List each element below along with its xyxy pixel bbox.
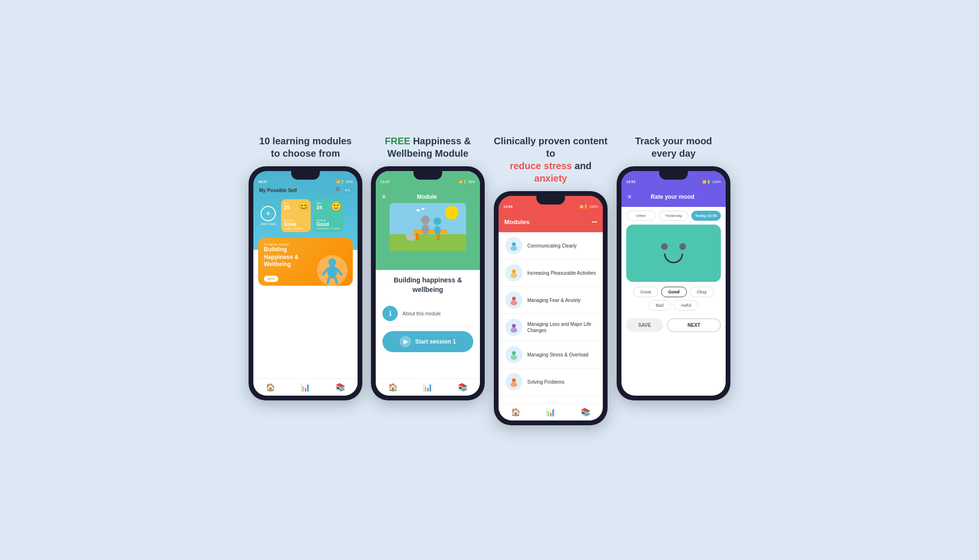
module-list-item-4[interactable]: Managing Stress & Overload [499,341,603,368]
stats-icon[interactable]: 📊 [301,383,310,392]
about-icon: ℹ [382,306,398,321]
phone4-screen: 13:53 📶🔋100% ✕ Rate your mood Other Yest… [621,171,726,396]
home-icon[interactable]: 🏠 [511,408,521,417]
mood-options: Great Good Okay Bad Awful [621,282,726,315]
svg-point-15 [434,226,441,235]
modules-icon[interactable]: 📚 [336,383,345,392]
mood-great[interactable]: Great [633,287,658,297]
module-list-item-0[interactable]: Communicating Clearly [499,232,603,259]
notch [413,171,442,180]
notch [659,171,688,180]
close-icon[interactable]: ✕ [627,194,632,200]
stats-icon[interactable]: 📊 [546,408,555,417]
svg-point-14 [434,217,441,225]
svg-rect-9 [413,229,447,233]
add-mood-button[interactable]: + Add mood [258,199,278,232]
notch [536,196,565,205]
progress-badge: 22% [264,273,278,282]
module-icon-0 [505,237,522,254]
start-session-button[interactable]: ▶ Start session 1 [382,331,473,352]
module-list-item-1[interactable]: Increasing Pleasurable Activities [499,259,603,287]
phone3-screen: 13:54 📶🔋100% Modules ••• Communicating C… [499,196,603,420]
phone3-nav: 🏠 📊 📚 [499,403,603,420]
about-module-item[interactable]: ℹ About this module [382,301,473,326]
svg-point-31 [511,382,517,387]
svg-point-24 [512,297,516,301]
mood-actions: SAVE NEXT [621,315,726,335]
svg-point-28 [512,351,516,355]
svg-point-30 [512,378,516,382]
svg-rect-8 [390,234,466,251]
next-button[interactable]: NEXT [667,318,721,332]
mood-face-area [626,225,721,282]
svg-point-19 [422,208,424,210]
close-icon[interactable]: ✕ [381,194,386,200]
phone3-caption: Clinically proven content to reduce stre… [493,135,608,184]
tab-yesterday[interactable]: Yesterday [659,211,688,221]
mood-okay[interactable]: Okay [690,287,714,297]
phone2: 11:27 📶🔋86% ✕ Module [371,166,485,400]
mood-card-0[interactable]: 😊 Mar 25 Feeling Great Calm + 3 more [281,199,311,232]
profile-icon[interactable]: PS [343,186,352,194]
mood-cards-row: + Add mood 😊 Mar 25 Feeling Great Calm +… [253,197,358,234]
svg-rect-10 [416,233,419,240]
svg-point-20 [512,242,516,246]
phone3-wrapper: Clinically proven content to reduce stre… [493,135,608,425]
svg-point-21 [511,246,517,251]
module-label-4: Managing Stress & Overload [527,352,588,358]
showcase-container: 10 learning modules to choose from 08:57… [229,116,750,444]
phone1-caption: 10 learning modules to choose from [259,135,351,160]
svg-point-18 [416,209,420,211]
svg-point-13 [422,224,429,235]
module-main-title: Building happiness & wellbeing [382,276,473,294]
module-icon-1 [505,264,522,281]
module-list-item-3[interactable]: Managing Loss and Major Life Changes [499,314,603,341]
svg-line-3 [337,269,341,274]
settings-icon[interactable]: ⚙ [335,186,340,194]
modules-icon[interactable]: 📚 [458,383,468,392]
character-svg [320,258,344,284]
phone2-screen: 11:27 📶🔋86% ✕ Module [376,171,480,396]
module-icon-4 [505,346,522,363]
tab-today[interactable]: Today 13:53 [691,211,721,221]
module-list-item-2[interactable]: Managing Fear & Anxiety [499,287,603,314]
tab-other[interactable]: Other [626,211,656,221]
module-icon-5 [505,373,522,390]
phone4: 13:53 📶🔋100% ✕ Rate your mood Other Yest… [617,166,730,400]
svg-point-22 [512,269,516,273]
home-icon[interactable]: 🏠 [388,383,398,392]
save-button[interactable]: SAVE [626,318,663,332]
mood-tabs: Other Yesterday Today 13:53 [621,207,726,225]
modules-icon[interactable]: 📚 [581,408,590,417]
mood-awful[interactable]: Awful [674,300,698,311]
mood-card-1[interactable]: 🙂 Mar 24 Feeling Good Focused + 2 more [314,199,343,232]
svg-line-4 [327,279,329,284]
illustration-svg [390,203,466,251]
svg-point-12 [421,215,430,224]
svg-point-26 [512,324,516,328]
phone4-caption: Track your mood every day [635,135,712,160]
svg-point-0 [328,258,336,266]
phone2-topbar: ✕ Module [376,185,480,270]
rate-mood-title: Rate your mood [651,194,694,200]
svg-line-2 [323,269,327,274]
modules-title: Modules [504,218,530,226]
mood-bad[interactable]: Bad [649,300,671,311]
phone1: 08:57 📶🔋65% My Possible Self ⚙ PS + Add … [249,166,362,400]
phone4-wrapper: Track your mood every day 13:53 📶🔋100% ✕… [617,135,730,425]
svg-point-23 [511,273,517,278]
smiley-mouth [664,254,683,263]
phone1-nav: 🏠 📊 📚 [253,378,358,396]
stats-icon[interactable]: 📊 [423,383,433,392]
phone1-header: My Possible Self ⚙ PS [253,185,358,197]
svg-point-17 [405,233,410,237]
svg-point-25 [511,301,517,305]
home-icon[interactable]: 🏠 [266,383,275,392]
svg-point-7 [445,206,458,219]
start-icon: ▶ [400,336,411,347]
continue-module-card[interactable]: Continue module Building Happiness & Wel… [258,238,353,286]
module-list-item-5[interactable]: Solving Problems [499,368,603,396]
mood-good[interactable]: Good [661,287,687,297]
module-label-5: Solving Problems [527,379,565,385]
notch [291,171,320,180]
